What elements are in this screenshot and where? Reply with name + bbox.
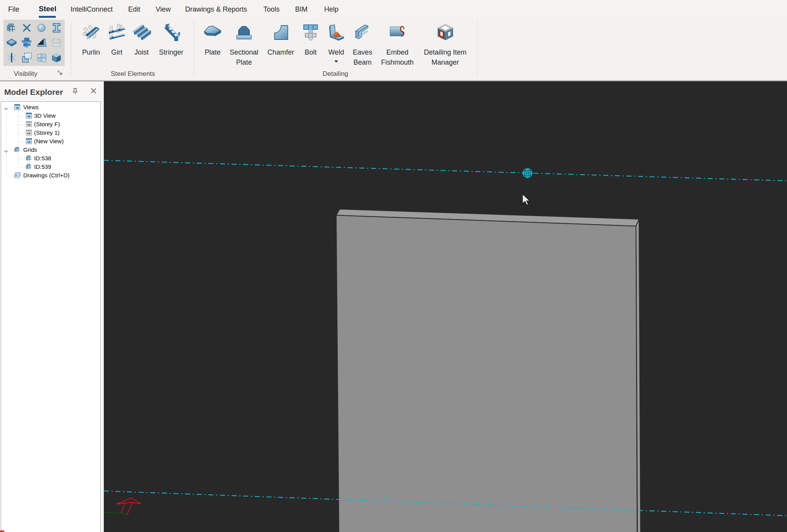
corner-notification-fragment <box>0 530 4 532</box>
tree-item-storey-f[interactable]: (Storey F) <box>1 120 100 129</box>
tree-item-label: 3D View <box>34 112 56 119</box>
tree-item-id-538[interactable]: ID:538 <box>1 154 100 163</box>
group-separator <box>71 21 71 77</box>
button-detailing-item-manager[interactable]: Detailing ItemManager <box>422 23 469 67</box>
close-icon <box>91 88 96 94</box>
menu-help[interactable]: Help <box>324 5 339 14</box>
button-eaves-beam[interactable]: EavesBeam <box>351 23 375 67</box>
menu-drawings-reports[interactable]: Drawings & Reports <box>185 5 247 14</box>
visibility-sphere-button[interactable] <box>34 21 49 35</box>
button-girt[interactable]: Girt <box>105 23 129 57</box>
main-area: Model Explorer <box>0 81 787 532</box>
tree-item-label: (New View) <box>34 138 64 145</box>
visibility-selection-box-button[interactable] <box>19 50 34 65</box>
button-label: Purlin <box>77 47 105 57</box>
tree-item-label: ID:539 <box>34 163 51 170</box>
menu-file[interactable]: File <box>8 5 19 14</box>
grid-node-icon <box>26 155 32 161</box>
visibility-cross-button[interactable] <box>19 21 34 35</box>
group-separator <box>194 21 194 77</box>
plate-button-icon <box>203 23 222 42</box>
close-panel-button[interactable] <box>91 88 97 95</box>
button-label: Detailing ItemManager <box>422 47 469 67</box>
visibility-window-panes-button[interactable] <box>34 50 49 65</box>
tree-item-label: Drawings (Ctrl+D) <box>23 172 70 179</box>
view-window-gray-icon <box>26 130 32 136</box>
model-viewport[interactable] <box>104 81 787 532</box>
button-label: Bolt <box>300 47 321 57</box>
chevron-down-icon[interactable] <box>4 148 8 152</box>
button-chamfer[interactable]: Chamfer <box>265 23 297 57</box>
chevron-down-icon[interactable] <box>4 105 8 109</box>
ibeam-section-icon <box>52 23 61 33</box>
button-weld[interactable]: Weld <box>325 23 347 60</box>
pin-icon <box>72 88 78 95</box>
button-bolt[interactable]: Bolt <box>300 23 321 57</box>
joist-icon <box>132 23 151 42</box>
button-label: Chamfer <box>265 47 297 57</box>
button-stringer[interactable]: Stringer <box>156 23 186 57</box>
visibility-grid-bubbles-button[interactable] <box>4 21 19 35</box>
sectional-plate-icon <box>235 23 253 42</box>
group-label-visibility: Visibility <box>3 70 48 78</box>
visibility-channel-button[interactable] <box>49 35 64 50</box>
tree-item-3d-view[interactable]: 3D View <box>1 112 100 120</box>
slab-front-face <box>336 215 637 532</box>
visibility-axes-star-button[interactable] <box>4 50 19 65</box>
viewport-canvas <box>104 81 787 532</box>
visibility-bolt-fitting-button[interactable] <box>19 35 34 50</box>
pin-panel-button[interactable] <box>72 88 78 95</box>
tree-item-label: Grids <box>23 146 37 153</box>
ribbon-group-visibility <box>3 20 65 66</box>
menu-bim[interactable]: BIM <box>295 5 308 14</box>
tree-item-grids[interactable]: Grids <box>1 146 100 154</box>
button-label: EavesBeam <box>351 47 375 67</box>
button-label: SectionalPlate <box>227 47 261 67</box>
sphere-icon <box>37 23 46 33</box>
menu-view[interactable]: View <box>156 5 171 14</box>
visibility-ibeam-button[interactable] <box>49 21 64 35</box>
girt-icon <box>108 23 126 42</box>
tree-item-views[interactable]: Views <box>1 103 100 112</box>
tree-item-new-view[interactable]: (New View) <box>1 137 100 146</box>
view-window-blue-icon <box>26 113 32 118</box>
active-tab-underline <box>39 16 56 18</box>
button-purlin[interactable]: Purlin <box>77 23 105 57</box>
visibility-cube-button[interactable] <box>49 50 64 65</box>
dialog-launcher-icon <box>58 70 64 76</box>
purlin-icon <box>82 23 100 42</box>
visibility-angle-corner-button[interactable] <box>34 35 49 50</box>
cross-icon <box>22 23 31 33</box>
button-sectional-plate[interactable]: SectionalPlate <box>227 23 261 67</box>
tree-item-id-539[interactable]: ID:539 <box>1 163 100 171</box>
tree-item-label: ID:538 <box>34 155 51 162</box>
visibility-dialog-launcher[interactable] <box>58 70 64 76</box>
button-joist[interactable]: Joist <box>130 23 153 57</box>
grid-bubbles-icon <box>7 23 17 33</box>
visibility-plate-button[interactable] <box>4 35 19 50</box>
tree-item-drawings[interactable]: Drawings (Ctrl+D) <box>1 171 100 180</box>
grid-sphere-marker[interactable] <box>523 168 532 178</box>
bolt-fitting-icon <box>22 38 31 48</box>
button-embed-fishmouth[interactable]: EmbedFishmouth <box>379 23 416 67</box>
menu-tools[interactable]: Tools <box>263 5 280 14</box>
menu-steel[interactable]: Steel <box>39 5 56 13</box>
weld-dropdown-arrow[interactable] <box>334 57 338 60</box>
tree-item-storey-1[interactable]: (Storey 1) <box>1 129 100 137</box>
button-plate[interactable]: Plate <box>200 23 225 57</box>
stringer-icon <box>162 23 180 42</box>
grid-node-icon <box>26 164 32 170</box>
button-label: Joist <box>130 47 153 57</box>
menu-edit[interactable]: Edit <box>128 5 140 14</box>
menu-intelliconnect[interactable]: IntelliConnect <box>70 5 113 14</box>
plate-slab[interactable] <box>336 209 641 532</box>
cube-icon <box>52 53 61 63</box>
axes-star-icon <box>7 53 17 63</box>
button-label: Stringer <box>156 47 186 57</box>
tree-item-label: (Storey 1) <box>34 129 60 136</box>
tree-item-label: Views <box>23 104 39 111</box>
grid-node-icon <box>14 147 20 153</box>
button-label: Girt <box>105 47 129 57</box>
view-window-gray-icon <box>26 121 32 127</box>
application-window: File Steel IntelliConnect Edit View Draw… <box>0 0 787 532</box>
